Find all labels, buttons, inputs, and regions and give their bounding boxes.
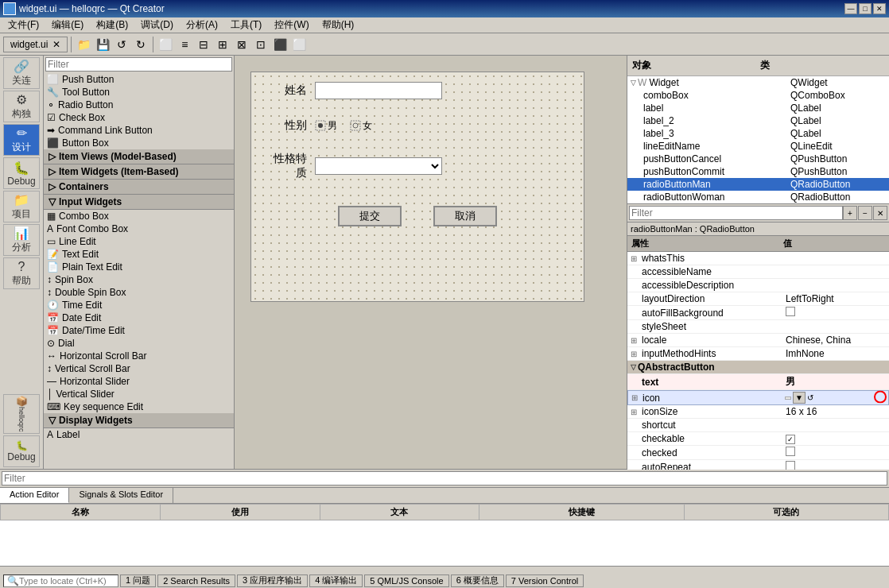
status-item-search-results[interactable]: 2 Search Results [157,574,235,587]
sidebar-btn-connect[interactable]: 🔗 关连 [3,57,40,89]
toolbar-btn-align2[interactable]: ≡ [176,36,193,53]
tab-widget-ui[interactable]: widget.ui [10,39,48,50]
status-item-app-output[interactable]: 3 应用程序输出 [237,574,308,587]
personality-select[interactable] [315,157,442,175]
sidebar-btn-debug[interactable]: 🐛 Debug [3,157,40,189]
widget-cat-containers[interactable]: ▷ Containers [44,180,234,195]
menu-build[interactable]: 构建(B) [90,17,134,33]
menu-debug[interactable]: 调试(D) [134,17,180,33]
widget-item-text-edit[interactable]: 📝 Text Edit [44,248,234,261]
tree-row-radio-man[interactable]: radioButtonMan QRadioButton [627,178,889,191]
sidebar-btn-help[interactable]: ? 帮助 [3,257,40,289]
tab-close-icon[interactable]: ✕ [52,39,60,50]
toolbar-btn-2[interactable]: 💾 [94,36,111,53]
tree-row-label2[interactable]: label_2 QLabel [627,114,889,127]
menu-widgets[interactable]: 控件(W) [268,17,315,33]
toolbar-btn-align5[interactable]: ⊠ [233,36,250,53]
prop-row-locale[interactable]: ⊞ locale Chinese, China [627,334,889,347]
bottom-filter-input[interactable] [2,471,887,485]
toolbar-btn-align3[interactable]: ⊟ [195,36,212,53]
menu-file[interactable]: 文件(F) [2,17,45,33]
widget-item-tool-button[interactable]: 🔧 Tool Button [44,86,234,99]
prop-row-checked[interactable]: checked [627,446,889,460]
widget-item-font-combo-box[interactable]: A Font Combo Box [44,222,234,235]
tree-row-lineedit[interactable]: lineEditName QLineEdit [627,140,889,153]
widget-item-double-spin-box[interactable]: ↕ Double Spin Box [44,286,234,299]
cancel-button[interactable]: 取消 [433,206,497,226]
sidebar-btn-analyze[interactable]: 📊 分析 [3,224,40,256]
widget-cat-input-widgets[interactable]: ▽ Input Widgets [44,195,234,210]
sidebar-btn-project[interactable]: 📁 项目 [3,191,40,222]
status-item-overview[interactable]: 6 概要信息 [451,574,504,587]
status-item-qml-console[interactable]: 5 QML/JS Console [364,574,448,587]
prop-row-shortcut[interactable]: shortcut [627,419,889,432]
sidebar-btn-design[interactable]: ✏ 设计 [3,124,40,156]
tree-row-btn-cancel[interactable]: pushButtonCancel QPushButton [627,153,889,165]
widget-cat-item-views[interactable]: ▷ Item Views (Model-Based) [44,149,234,164]
toolbar-btn-4[interactable]: ↻ [132,36,149,53]
widget-item-command-link[interactable]: ➡ Command Link Button [44,124,234,137]
tree-row-btn-commit[interactable]: pushButtonCommit QPushButton [627,165,889,178]
status-item-version-control[interactable]: 7 Version Control [506,574,584,587]
widget-item-line-edit[interactable]: ▭ Line Edit [44,235,234,248]
menu-analyze[interactable]: 分析(A) [180,17,224,33]
prop-row-layoutDirection[interactable]: layoutDirection LeftToRight [627,292,889,306]
props-filter-remove[interactable]: − [858,206,872,220]
widget-cat-display[interactable]: ▽ Display Widgets [44,413,234,428]
widget-item-date-edit[interactable]: 📅 Date Edit [44,311,234,324]
menu-help[interactable]: 帮助(H) [316,17,361,33]
tab-action-editor[interactable]: Action Editor [0,488,69,503]
close-button[interactable]: ✕ [873,3,886,14]
prop-row-checkable[interactable]: checkable [627,432,889,446]
radio-female[interactable]: 女 [350,119,372,133]
status-search-input[interactable] [19,576,115,586]
bottom-scrollbar[interactable] [0,566,889,572]
widget-item-check-box[interactable]: ☑ Check Box [44,111,234,124]
prop-row-icon[interactable]: ⊞ icon ▼ ↺ [627,390,889,405]
toolbar-btn-1[interactable]: 📁 [75,36,92,53]
status-item-problems[interactable]: 1 问题 [120,574,156,587]
tree-row-label[interactable]: label QLabel [627,102,889,114]
menu-tools[interactable]: 工具(T) [224,17,268,33]
widget-item-time-edit[interactable]: 🕐 Time Edit [44,299,234,311]
sidebar-btn-build[interactable]: ⚙ 构独 [3,91,40,122]
widget-item-key-seq[interactable]: ⌨ Key sequence Edit [44,400,234,413]
widget-item-label[interactable]: A Label [44,428,234,441]
sidebar-btn-helloqrc[interactable]: 📦 helloqrc [3,394,40,434]
widget-item-v-slider[interactable]: │ Vertical Slider [44,388,234,400]
checkable-checkbox[interactable] [786,435,795,444]
props-filter-add[interactable]: + [843,206,857,220]
widget-item-button-box[interactable]: ⬛ Button Box [44,137,234,149]
tree-row-label3[interactable]: label_3 QLabel [627,127,889,140]
props-filter-input[interactable] [629,206,843,220]
prop-row-autoFillBackground[interactable]: autoFillBackground [627,306,889,320]
radio-male[interactable]: 男 [315,119,337,133]
toolbar-btn-align4[interactable]: ⊞ [214,36,231,53]
widget-item-datetime-edit[interactable]: 📅 Date/Time Edit [44,324,234,337]
icon-select-btn[interactable]: ▼ [793,392,806,404]
icon-reset-btn[interactable]: ↺ [807,393,813,402]
widget-item-push-button[interactable]: ⬜ Push Button [44,73,234,86]
widget-cat-item-widgets[interactable]: ▷ Item Widgets (Item-Based) [44,164,234,180]
toolbar-btn-align7[interactable]: ⬛ [271,36,289,53]
toolbar-btn-align8[interactable]: ⬜ [290,36,308,53]
widget-item-combo-box[interactable]: ▦ Combo Box [44,210,234,222]
tree-row-widget[interactable]: ▽ W Widget QWidget [627,76,889,89]
autoFillBackground-checkbox[interactable] [786,307,795,316]
toolbar-btn-3[interactable]: ↺ [113,36,130,53]
prop-row-whatsThis[interactable]: ⊞ whatsThis [627,252,889,265]
minimize-button[interactable]: — [844,3,857,14]
checked-checkbox[interactable] [786,447,795,456]
menu-edit[interactable]: 编辑(E) [45,17,90,33]
tab-signals-slots[interactable]: Signals & Slots Editor [69,488,173,503]
widget-item-radio-button[interactable]: ⚬ Radio Button [44,99,234,111]
widget-item-spin-box[interactable]: ↕ Spin Box [44,273,234,286]
status-item-compile-output[interactable]: 4 编译输出 [309,574,363,587]
maximize-button[interactable]: □ [859,3,872,14]
tree-row-radio-woman[interactable]: radioButtonWoman QRadioButton [627,191,889,203]
widget-filter-input[interactable] [45,57,232,72]
submit-button[interactable]: 提交 [338,206,402,226]
widget-item-dial[interactable]: ⊙ Dial [44,337,234,350]
prop-row-styleSheet[interactable]: styleSheet [627,320,889,334]
name-input[interactable] [315,82,442,99]
